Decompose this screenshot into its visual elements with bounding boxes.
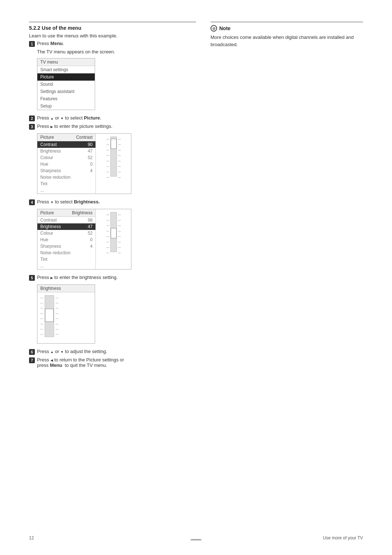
step-5: 5 Press ▶ to enter the brightness settin… (29, 275, 196, 281)
tv-menu-item-setup: Setup (37, 102, 95, 110)
step-7-text: Press ◀ to return to the Picture setting… (37, 357, 196, 368)
tick (106, 215, 109, 215)
brightness-slider-track (45, 295, 54, 337)
picture-menu-1-header: Picture Contrast (37, 134, 95, 141)
tick (56, 329, 58, 329)
tick (106, 155, 109, 156)
brightness-body (37, 292, 95, 343)
picture-menu-2-left: Picture Brightness Contrast98 Brightness… (37, 209, 95, 269)
arrow-down-icon-3: ▼ (61, 350, 64, 354)
brightness-ticks-left (40, 295, 43, 337)
tick (106, 242, 109, 242)
picture-menu-1-item-contrast: Contrast90 (37, 141, 95, 148)
picture-menu-2-header: Picture Brightness (37, 209, 95, 217)
tick (40, 313, 43, 314)
tick (40, 319, 43, 319)
arrow-down-icon-2: ▼ (50, 200, 54, 204)
brightness-slider-thumb (45, 309, 54, 322)
picture-menu-2-header-right: Brightness (72, 210, 93, 215)
step-3: 3 Press ▶ to enter the picture settings. (29, 123, 196, 130)
tick (106, 231, 109, 231)
step-3-text: Press ▶ to enter the picture settings. (37, 123, 196, 129)
footer-bar (191, 539, 201, 540)
note-text: More choices come available when digital… (211, 34, 363, 48)
picture-menu-2-item-sharpness: Sharpness4 (37, 243, 95, 250)
picture-menu-2-item-noise: Noise reduction (37, 250, 95, 256)
tv-menu-item-features: Features (37, 95, 95, 102)
tick (40, 308, 43, 308)
note-icon: ⊙ (211, 25, 217, 32)
tv-menu-item-smart: Smart settings (37, 66, 95, 73)
step-5-text: Press ▶ to enter the brightness setting. (37, 275, 196, 280)
step-badge-4: 4 (29, 199, 35, 205)
tick (40, 329, 43, 329)
tick (106, 161, 109, 161)
picture-menu-2-item-hue: Hue0 (37, 236, 95, 243)
step-4-brightness-keyword: Brightness. (74, 199, 100, 204)
tick (118, 231, 121, 231)
step-badge-5: 5 (29, 275, 35, 281)
step-badge-3: 3 (29, 124, 35, 130)
note-title-bar: ⊙ Note (211, 22, 363, 32)
slider-track-2 (110, 212, 117, 252)
brightness-box: Brightness (37, 284, 95, 344)
step-7-menu-keyword: Menu (50, 362, 62, 368)
tv-menu-item-settings-assistant: Settings assistant (37, 88, 95, 95)
tick (56, 303, 58, 303)
tick (106, 177, 109, 178)
step-1-text: Press Menu. (37, 41, 196, 46)
tick (56, 298, 58, 298)
tick (106, 247, 109, 248)
tick (106, 220, 109, 220)
tick (106, 166, 109, 167)
step-1-menu-keyword: Menu (50, 41, 63, 46)
picture-menu-2-slider (95, 209, 131, 269)
tick (40, 298, 43, 298)
picture-menu-2: Picture Brightness Contrast98 Brightness… (37, 209, 131, 270)
tick (106, 226, 109, 226)
picture-menu-1-item-sharpness: Sharpness4 (37, 167, 95, 174)
picture-menu-1-item-noise: Noise reduction (37, 174, 95, 181)
tv-menu-item-picture-selected: Picture (37, 73, 95, 81)
arrow-down-icon: ▼ (61, 117, 64, 120)
note-box: ⊙ Note More choices come available when … (211, 22, 363, 48)
slider-ticks-2 (106, 212, 109, 256)
slider-ticks-right-1 (118, 137, 121, 180)
slider-ticks-1 (106, 137, 109, 180)
tick (106, 145, 109, 145)
tick (56, 319, 58, 319)
tick (118, 242, 121, 242)
picture-menu-1-header-right: Contrast (76, 135, 93, 140)
intro-text: Learn to use the menus with this example… (29, 33, 196, 39)
tv-menu-box: TV menu Smart settings Picture Sound Set… (37, 58, 95, 110)
step-1b-text: The TV menu appears on the screen. (37, 49, 196, 54)
tick (118, 161, 121, 161)
tick (56, 308, 58, 308)
step-6-text: Press ▲ or ▼ to adjust the setting. (37, 349, 196, 354)
picture-menu-1-header-label: Picture (40, 135, 54, 140)
tv-menu-header: TV menu (37, 58, 95, 66)
arrow-right-icon-1: ▶ (50, 125, 53, 129)
brightness-ticks-right (56, 295, 58, 337)
tick (106, 253, 109, 253)
tick (118, 236, 121, 237)
section-title: 5.2.2 Use of the menu (29, 22, 196, 31)
tick (118, 177, 121, 178)
picture-menu-2-item-colour: Colour52 (37, 230, 95, 236)
tick (106, 139, 109, 139)
tick (118, 145, 121, 145)
picture-menu-1-item-tint: Tint (37, 181, 95, 187)
slider-track-1 (110, 137, 117, 177)
footer-center (191, 539, 201, 540)
slider-thumb-1 (111, 139, 117, 149)
step-badge-7: 7 (29, 357, 35, 363)
tick (106, 172, 109, 172)
picture-menu-2-item-contrast: Contrast98 (37, 217, 95, 223)
tick (40, 324, 43, 324)
tick (118, 247, 121, 248)
step-2: 2 Press ▲ or ▼ to select Picture. (29, 115, 196, 121)
tick (56, 334, 58, 335)
step-badge-1: 1 (29, 41, 35, 47)
picture-menu-1-item-colour: Colour52 (37, 154, 95, 161)
page: 5.2.2 Use of the menu Learn to use the m… (0, 0, 392, 555)
